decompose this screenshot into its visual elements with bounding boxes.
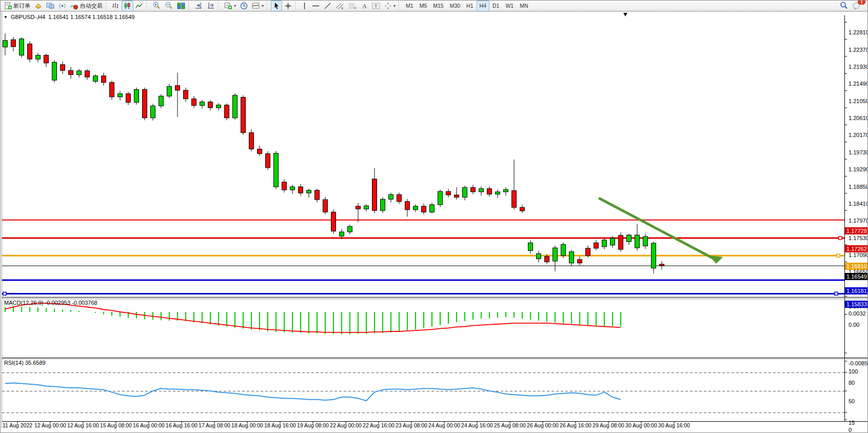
main-toolbar: 新订单 自动交易 ▾ ▾ E F A T ▾ xyxy=(1,1,867,11)
macd-signal-line xyxy=(5,303,621,332)
timeframe-w1-button[interactable]: W1 xyxy=(502,1,517,11)
signal-button[interactable] xyxy=(56,1,68,11)
period-clock-button[interactable] xyxy=(238,1,250,11)
new-order-button[interactable]: 新订单 xyxy=(2,1,32,11)
time-axis-label: 25 Aug 08:00 xyxy=(494,422,526,428)
timeframe-m5-button[interactable]: M5 xyxy=(417,1,430,11)
toolbar-separator xyxy=(295,2,298,10)
macd-axis-tick: -0.008529 xyxy=(849,360,868,366)
timeframe-h1-button[interactable]: H1 xyxy=(463,1,476,11)
timeframe-m15-button[interactable]: M15 xyxy=(430,1,446,11)
svg-text:A: A xyxy=(362,3,367,10)
trendline-icon xyxy=(324,2,331,10)
terminal-button[interactable] xyxy=(44,1,56,11)
candlestick-icon xyxy=(124,2,131,10)
bar-chart-icon xyxy=(112,2,120,10)
svg-text:E: E xyxy=(341,7,343,10)
time-axis-label: 17 Aug 08:00 xyxy=(199,422,230,428)
price-axis-tick: 1.20170 xyxy=(849,132,868,138)
line-handle xyxy=(839,237,842,240)
rsi-axis-tick: 0 xyxy=(849,427,852,433)
rsi-axis-tick: 15 xyxy=(849,420,855,426)
timeframe-m30-button[interactable]: M30 xyxy=(447,1,463,11)
autotrading-icon xyxy=(70,2,78,10)
trading-platform-window: 新订单 自动交易 ▾ ▾ E F A T ▾ xyxy=(0,0,868,433)
new-order-label: 新订单 xyxy=(13,2,30,10)
chart-title: ▼ GBPUSD-,H4 1.16541 1.16574 1.16518 1.1… xyxy=(4,14,134,20)
search-button[interactable] xyxy=(838,1,850,11)
time-axis-label: 30 Aug 00:00 xyxy=(625,422,657,428)
autotrading-button[interactable]: 自动交易 xyxy=(68,1,105,11)
text-icon: A xyxy=(361,2,368,10)
symbol-period-label: GBPUSD-,H4 xyxy=(11,14,45,20)
line-handle xyxy=(835,292,838,295)
text-tool-button[interactable]: A xyxy=(359,1,370,11)
indicators-button[interactable]: ▾ xyxy=(250,1,266,11)
time-axis-label: 22 Aug 16:00 xyxy=(363,422,394,428)
indicators-icon xyxy=(252,2,260,10)
line-chart-mode-button[interactable] xyxy=(133,1,145,11)
trendline-tool-button[interactable] xyxy=(322,1,333,11)
fibonacci-icon: F xyxy=(348,2,357,10)
auto-scroll-button[interactable] xyxy=(192,1,205,11)
time-axis-label: 30 Aug 16:00 xyxy=(658,422,690,428)
timeframe-m1-button[interactable]: M1 xyxy=(403,1,417,11)
price-axis-tick: 1.18850 xyxy=(849,184,868,190)
dropdown-caret-icon: ▾ xyxy=(262,4,264,8)
text-label-tool-button[interactable]: T xyxy=(370,1,382,11)
equidistant-channel-tool-button[interactable]: E xyxy=(333,1,346,11)
signal-icon xyxy=(58,2,66,10)
new-chart-button[interactable]: ▾ xyxy=(222,1,238,11)
time-axis-label: 29 Aug 08:00 xyxy=(593,422,624,428)
time-axis-label: 26 Aug 16:00 xyxy=(560,422,591,428)
toolbar-separator xyxy=(188,2,191,10)
text-label-icon: T xyxy=(372,2,380,10)
zoom-in-button[interactable] xyxy=(150,1,163,11)
timeframe-mn-button[interactable]: MN xyxy=(517,1,531,11)
time-axis-label: 15 Aug 08:00 xyxy=(100,422,132,428)
line-handle xyxy=(837,254,840,257)
horizontal-line-tool-button[interactable] xyxy=(310,1,322,11)
price-line-badge: 1.16181 xyxy=(845,287,868,294)
price-axis-tick: 1.19290 xyxy=(849,166,868,172)
chart-shift-button[interactable] xyxy=(205,1,217,11)
zoom-out-icon xyxy=(165,2,173,10)
rsi-axis-tick: 50 xyxy=(849,398,855,404)
auto-scroll-icon xyxy=(194,2,203,10)
vertical-line-tool-button[interactable] xyxy=(299,1,310,11)
crosshair-tool-button[interactable] xyxy=(282,1,294,11)
arrows-tool-button[interactable]: ▾ xyxy=(382,1,398,11)
timeframe-h4-button[interactable]: H4 xyxy=(477,1,489,11)
trend-arrow xyxy=(600,199,714,259)
ohlc-values-label: 1.16541 1.16574 1.16518 1.16549 xyxy=(48,14,134,20)
bar-chart-mode-button[interactable] xyxy=(110,1,122,11)
channel-icon: E xyxy=(336,2,344,10)
notification-badge: 1 xyxy=(858,0,865,5)
macd-indicator-label: MACD(12,26,9) -0.002953 -0.003768 xyxy=(4,300,97,306)
timeframe-d1-button[interactable]: D1 xyxy=(489,1,502,11)
price-axis-tick: 1.22370 xyxy=(849,47,868,53)
time-axis-label: 16 Aug 16:00 xyxy=(166,422,198,428)
collapse-triangle-icon[interactable]: ▼ xyxy=(4,15,8,19)
time-axis-label: 19 Aug 08:00 xyxy=(297,422,329,428)
notifications-button[interactable]: 1 xyxy=(850,1,863,11)
tile-windows-button[interactable] xyxy=(175,1,187,11)
time-axis-label: 18 Aug 16:00 xyxy=(264,422,296,428)
price-axis-tick: 1.18410 xyxy=(849,201,868,207)
new-chart-icon xyxy=(224,2,232,10)
zoom-out-button[interactable] xyxy=(163,1,175,11)
monitors-icon xyxy=(46,2,54,10)
candlestick-mode-button[interactable] xyxy=(122,1,133,11)
gold-coins-button[interactable] xyxy=(32,1,44,11)
chart-canvas[interactable] xyxy=(1,11,868,433)
cursor-tool-button[interactable] xyxy=(271,1,282,11)
new-order-icon xyxy=(4,2,12,10)
price-axis-tick: 1.21050 xyxy=(849,98,868,104)
dropdown-caret-icon: ▾ xyxy=(393,4,396,8)
toolbar-separator xyxy=(267,2,270,10)
time-axis-label: 24 Aug 00:00 xyxy=(428,422,460,428)
price-axis-tick: 1.21930 xyxy=(849,64,868,70)
time-axis-label: 16 Aug 00:00 xyxy=(133,422,165,428)
fibonacci-tool-button[interactable]: F xyxy=(346,1,359,11)
time-axis-label: 12 Aug 16:00 xyxy=(67,422,99,428)
